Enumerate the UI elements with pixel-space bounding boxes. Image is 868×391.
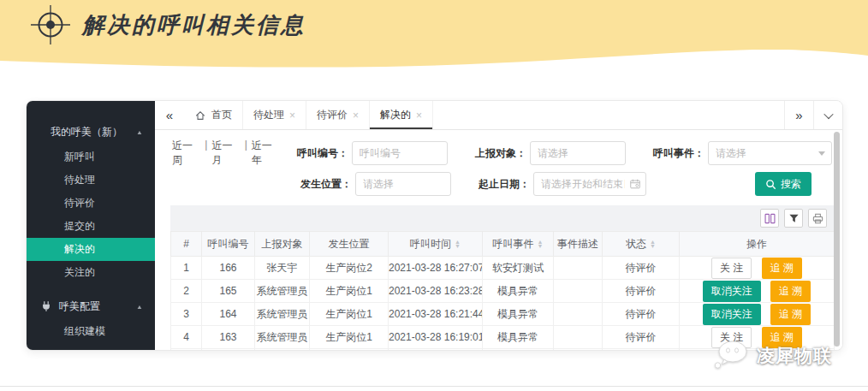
search-icon xyxy=(765,179,776,190)
sidebar-group-my-humei[interactable]: 我的呼美（新） ▲ xyxy=(27,118,155,145)
call-event-label: 呼叫事件： xyxy=(636,146,705,161)
sidebar-group-label: 呼美配置 xyxy=(59,299,136,314)
tab-label: 解决的 xyxy=(380,108,411,122)
col-index: # xyxy=(171,232,202,257)
close-icon[interactable]: × xyxy=(289,110,295,121)
cell-reporter: 系统管理员 xyxy=(255,303,310,326)
sidebar-item-followed[interactable]: 关注的 xyxy=(27,261,155,284)
sidebar-item-new-call[interactable]: 新呼叫 xyxy=(27,145,155,169)
cell-status: 待评价 xyxy=(603,280,680,303)
cell-actions: 取消关注 追 溯 xyxy=(680,280,835,303)
chevron-down-icon xyxy=(823,109,833,118)
cell-event: 软安灯测试 xyxy=(483,257,554,280)
cell-location: 生产岗位1 xyxy=(310,326,389,349)
cell-location: 生产岗位2 xyxy=(310,257,389,280)
close-icon[interactable]: × xyxy=(353,110,359,121)
cell-reporter: 张天宇 xyxy=(255,257,310,280)
link-last-year[interactable]: 近一年 xyxy=(252,139,280,168)
table-toolbar xyxy=(170,205,834,231)
search-button[interactable]: 搜索 xyxy=(755,172,812,196)
caret-up-icon: ▲ xyxy=(136,128,143,135)
tab-bar: « 首页 待处理 × 待评价 × 解决的 × » xyxy=(155,101,842,130)
cell-call-no: 163 xyxy=(202,326,255,349)
cell-index: 4 xyxy=(171,326,202,349)
watermark: 凌犀物联 xyxy=(712,340,832,372)
cell-desc xyxy=(554,280,603,303)
cell-location: 生产岗位1 xyxy=(310,303,389,326)
cell-time: 2021-03-28 16:21:44 xyxy=(389,303,483,326)
calendar-icon xyxy=(629,178,641,190)
cell-location: 生产岗位1 xyxy=(310,280,389,303)
trace-button[interactable]: 追 溯 xyxy=(770,304,811,325)
cell-status: 待评价 xyxy=(603,257,680,280)
col-actions: 操作 xyxy=(680,232,835,257)
cell-time: 2021-03-28 16:19:01 xyxy=(389,326,483,349)
col-call-time[interactable]: 呼叫时间 ▲▼ xyxy=(389,232,483,257)
expand-tabs-button[interactable]: » xyxy=(784,101,813,129)
trace-button[interactable]: 追 溯 xyxy=(762,258,802,279)
tab-pending[interactable]: 待处理 × xyxy=(243,101,306,129)
cell-desc xyxy=(554,326,603,349)
tab-resolved[interactable]: 解决的 × xyxy=(370,101,433,129)
location-input[interactable] xyxy=(355,172,451,196)
table-row: 2 165 系统管理员 生产岗位1 2021-03-28 16:23:28 模具… xyxy=(171,280,835,303)
table-header-row: # 呼叫编号 上报对象 发生位置 呼叫时间 ▲▼ 呼叫事件 ▲▼ 事件描述 xyxy=(171,232,835,257)
tab-to-review[interactable]: 待评价 × xyxy=(306,101,370,129)
separator: | xyxy=(245,139,247,168)
close-icon[interactable]: × xyxy=(416,110,422,121)
cell-call-no: 166 xyxy=(202,257,255,280)
sidebar-group-humei-config[interactable]: 呼美配置 ▲ xyxy=(27,293,155,320)
collapse-tabs-button[interactable]: « xyxy=(155,101,184,129)
call-no-label: 呼叫编号： xyxy=(280,146,348,161)
tab-label: 首页 xyxy=(211,108,232,122)
banner-wave xyxy=(0,49,868,69)
report-target-label: 上报对象： xyxy=(458,146,526,161)
cell-status: 待评价 xyxy=(603,303,680,326)
main-content: « 首页 待处理 × 待评价 × 解决的 × » xyxy=(155,101,842,350)
calls-table: # 呼叫编号 上报对象 发生位置 呼叫时间 ▲▼ 呼叫事件 ▲▼ 事件描述 xyxy=(170,231,835,351)
col-call-event[interactable]: 呼叫事件 ▲▼ xyxy=(483,232,554,257)
caret-up-icon: ▲ xyxy=(136,303,143,310)
vertical-scrollbar[interactable] xyxy=(834,132,840,347)
link-last-week[interactable]: 近一周 xyxy=(172,139,200,168)
sort-icon[interactable]: ▲▼ xyxy=(538,240,544,248)
call-no-input[interactable] xyxy=(352,141,448,165)
sidebar-item-to-review[interactable]: 待评价 xyxy=(27,192,155,215)
page-title: 解决的呼叫相关信息 xyxy=(82,10,306,40)
print-button[interactable] xyxy=(808,209,827,228)
report-target-input[interactable] xyxy=(530,141,626,165)
home-icon xyxy=(194,110,206,121)
trace-button[interactable]: 追 溯 xyxy=(770,281,811,302)
bottom-divider xyxy=(0,386,868,387)
sort-icon[interactable]: ▲▼ xyxy=(650,240,656,248)
link-last-month[interactable]: 近一月 xyxy=(211,139,240,168)
cell-time: 2021-03-28 16:23:28 xyxy=(389,280,483,303)
call-event-select[interactable] xyxy=(708,141,832,165)
cell-index: 2 xyxy=(171,280,202,303)
filter-panel: 近一周 | 近一月 | 近一年 呼叫编号： 上报对象： 呼叫事件： xyxy=(155,130,842,204)
table-row: 1 166 张天宇 生产岗位2 2021-03-28 16:27:07 软安灯测… xyxy=(171,257,835,280)
columns-icon xyxy=(764,212,776,225)
sidebar-item-submitted[interactable]: 提交的 xyxy=(27,215,155,238)
cell-event: 模具异常 xyxy=(483,280,554,303)
cell-event: 模具异常 xyxy=(483,303,554,326)
unfollow-button[interactable]: 取消关注 xyxy=(703,281,761,302)
page-banner: 解决的呼叫相关信息 xyxy=(0,0,868,69)
sidebar-item-resolved[interactable]: 解决的 xyxy=(27,238,155,261)
filter-button[interactable] xyxy=(784,209,803,228)
unfollow-button[interactable]: 取消关注 xyxy=(703,304,761,325)
cell-time: 2021-03-28 16:27:07 xyxy=(389,257,483,280)
cell-status: 待评价 xyxy=(603,326,680,349)
cell-reporter: 系统管理员 xyxy=(255,326,310,349)
cell-actions: 取消关注 追 溯 xyxy=(680,303,835,326)
col-location: 发生位置 xyxy=(310,232,389,257)
sidebar-item-org-modeling[interactable]: 组织建模 xyxy=(27,320,155,343)
column-settings-button[interactable] xyxy=(760,209,779,228)
follow-button[interactable]: 关 注 xyxy=(711,258,752,279)
cell-desc xyxy=(554,257,603,280)
col-status[interactable]: 状态 ▲▼ xyxy=(603,232,680,257)
sort-icon[interactable]: ▲▼ xyxy=(455,240,461,248)
tab-list-dropdown-button[interactable] xyxy=(813,101,842,129)
sidebar-item-pending[interactable]: 待处理 xyxy=(27,169,155,192)
tab-home[interactable]: 首页 xyxy=(184,101,243,129)
